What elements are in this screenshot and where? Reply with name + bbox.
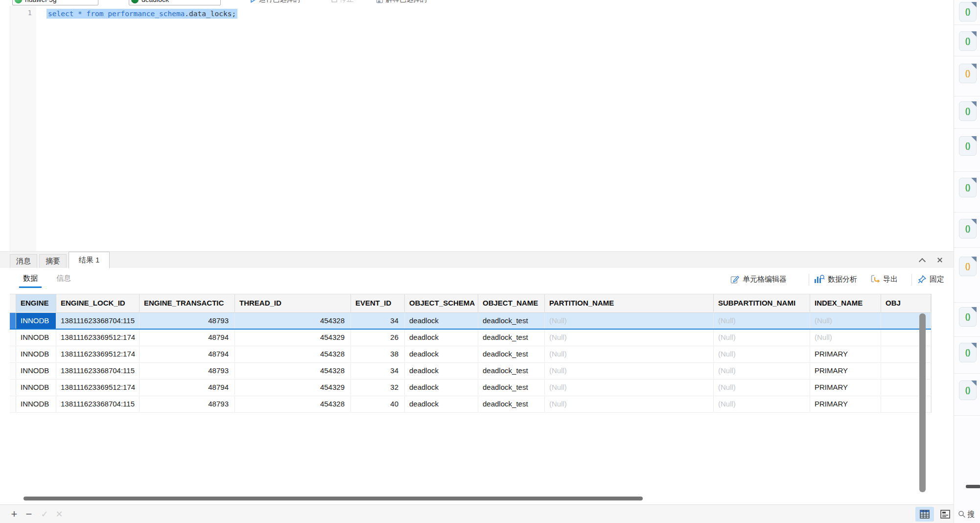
stop-button[interactable]: 停止	[331, 0, 353, 5]
grid-cell[interactable]: 138111623369512:174	[56, 380, 140, 395]
grid-cell[interactable]: 38	[351, 346, 405, 362]
grid-cell[interactable]: 48793	[140, 363, 235, 379]
snippet-file-icon[interactable]: ()	[959, 178, 977, 197]
grid-cell[interactable]: (Null)	[545, 380, 714, 395]
apply-changes-button[interactable]: ✓	[38, 505, 51, 523]
database-select[interactable]: deadlock	[129, 0, 221, 5]
grid-cell[interactable]: 48793	[140, 396, 235, 412]
snippet-file-icon[interactable]: ()	[959, 101, 977, 121]
grid-cell[interactable]: (Null)	[714, 346, 810, 362]
grid-cell[interactable]: deadlock_test	[478, 313, 545, 329]
tab-data[interactable]: 数据	[23, 274, 38, 283]
grid-cell[interactable]: (Null)	[545, 346, 714, 362]
sql-editor[interactable]: 1 select * from performance_schema.data_…	[0, 6, 954, 251]
row-selector[interactable]	[10, 396, 16, 412]
grid-cell[interactable]: (Null)	[545, 330, 714, 345]
grid-cell[interactable]: deadlock_test	[478, 330, 545, 345]
snippet-file-icon[interactable]: ()	[959, 343, 977, 362]
tab-summary[interactable]: 摘要	[39, 254, 67, 268]
row-selector[interactable]	[10, 363, 16, 379]
add-record-button[interactable]: +	[8, 505, 21, 523]
grid-row-1[interactable]: INNODB138111623368704:1154879345432834de…	[10, 313, 931, 330]
grid-cell[interactable]: deadlock_test	[478, 396, 545, 412]
snippet-file-icon[interactable]: ()	[959, 307, 977, 327]
grid-view-button[interactable]	[915, 507, 934, 522]
sidebar-scroll-pill[interactable]	[966, 485, 980, 488]
grid-cell[interactable]: INNODB	[16, 380, 56, 395]
grid-cell[interactable]: 454328	[235, 346, 351, 362]
row-selector[interactable]	[10, 313, 16, 329]
grid-cell[interactable]: (Null)	[545, 396, 714, 412]
snippet-file-icon[interactable]: ()	[959, 257, 977, 276]
cell-editor-button[interactable]: 单元格编辑器	[730, 272, 787, 286]
grid-cell[interactable]: (Null)	[714, 330, 810, 345]
snippet-search[interactable]: 搜	[958, 508, 980, 520]
snippet-file-icon[interactable]: ()	[959, 2, 977, 22]
row-selector[interactable]	[10, 380, 16, 395]
grid-header-partition_name[interactable]: PARTITION_NAME	[545, 294, 714, 312]
explain-selected-button[interactable]: 解释已选择的	[376, 0, 427, 5]
grid-header-subpartition_nami[interactable]: SUBPARTITION_NAMI	[714, 294, 810, 312]
data-analysis-button[interactable]: 数据分析	[814, 272, 857, 286]
grid-cell[interactable]: 26	[351, 330, 405, 345]
grid-header-index_name[interactable]: INDEX_NAME	[810, 294, 881, 312]
grid-cell[interactable]: deadlock_test	[478, 346, 545, 362]
grid-cell[interactable]: deadlock	[405, 346, 478, 362]
snippet-file-icon[interactable]: ()	[959, 380, 977, 400]
collapse-panel-icon[interactable]	[918, 256, 926, 264]
form-view-button[interactable]	[936, 507, 955, 522]
grid-cell[interactable]: 48794	[140, 380, 235, 395]
grid-cell[interactable]: 48794	[140, 330, 235, 345]
grid-cell[interactable]: deadlock	[405, 363, 478, 379]
grid-cell[interactable]: 48793	[140, 313, 235, 329]
grid-cell[interactable]: (Null)	[810, 330, 881, 345]
grid-header-object_schema[interactable]: OBJECT_SCHEMA	[405, 294, 478, 312]
grid-cell[interactable]: PRIMARY	[810, 346, 881, 362]
horizontal-scrollbar[interactable]	[23, 497, 643, 500]
grid-cell[interactable]: deadlock	[405, 313, 478, 329]
row-selector[interactable]	[10, 346, 16, 362]
snippet-file-icon[interactable]: ()	[959, 136, 977, 156]
grid-cell[interactable]: 138111623368704:115	[56, 313, 140, 329]
grid-cell[interactable]: 138111623369512:174	[56, 330, 140, 345]
tab-info[interactable]: 信息	[56, 274, 71, 283]
grid-cell[interactable]: INNODB	[16, 330, 56, 345]
grid-row-6[interactable]: INNODB138111623368704:1154879345432840de…	[10, 396, 931, 413]
run-selected-button[interactable]: 运行已选择的	[250, 0, 300, 5]
pin-button[interactable]: 固定	[917, 272, 944, 286]
vertical-scrollbar[interactable]	[919, 313, 926, 492]
export-button[interactable]: 导出	[870, 272, 898, 286]
grid-cell[interactable]: 32	[351, 380, 405, 395]
snippet-file-icon[interactable]: ()	[959, 219, 977, 238]
snippet-file-icon[interactable]: ()	[959, 31, 977, 51]
grid-cell[interactable]: (Null)	[810, 313, 881, 329]
grid-cell[interactable]: 138111623368704:115	[56, 363, 140, 379]
grid-header-thread_id[interactable]: THREAD_ID	[235, 294, 351, 312]
grid-cell[interactable]: 138111623368704:115	[56, 396, 140, 412]
grid-header-engine_lock_id[interactable]: ENGINE_LOCK_ID	[56, 294, 140, 312]
grid-cell[interactable]: 40	[351, 396, 405, 412]
grid-header-engine_transactic[interactable]: ENGINE_TRANSACTIC	[140, 294, 235, 312]
grid-cell[interactable]: 454329	[235, 330, 351, 345]
tab-result-1[interactable]: 结果 1	[69, 252, 110, 268]
grid-row-2[interactable]: INNODB138111623369512:1744879445432926de…	[10, 330, 931, 346]
grid-header-event_id[interactable]: EVENT_ID	[351, 294, 405, 312]
grid-cell[interactable]: INNODB	[16, 396, 56, 412]
grid-cell[interactable]: deadlock_test	[478, 363, 545, 379]
delete-record-button[interactable]: −	[23, 505, 35, 523]
grid-cell[interactable]: PRIMARY	[810, 396, 881, 412]
grid-cell[interactable]: deadlock_test	[478, 380, 545, 395]
grid-cell[interactable]: 454328	[235, 313, 351, 329]
grid-cell[interactable]: 48794	[140, 346, 235, 362]
grid-cell[interactable]: 34	[351, 313, 405, 329]
grid-row-3[interactable]: INNODB138111623369512:1744879445432838de…	[10, 346, 931, 363]
grid-cell[interactable]: PRIMARY	[810, 380, 881, 395]
grid-header-obj[interactable]: OBJ	[881, 294, 931, 312]
grid-cell[interactable]: (Null)	[545, 313, 714, 329]
grid-cell[interactable]: 454329	[235, 380, 351, 395]
grid-cell[interactable]: (Null)	[714, 396, 810, 412]
grid-cell[interactable]: deadlock	[405, 330, 478, 345]
grid-cell[interactable]: (Null)	[714, 380, 810, 395]
grid-cell[interactable]: 138111623369512:174	[56, 346, 140, 362]
grid-cell[interactable]: (Null)	[545, 363, 714, 379]
